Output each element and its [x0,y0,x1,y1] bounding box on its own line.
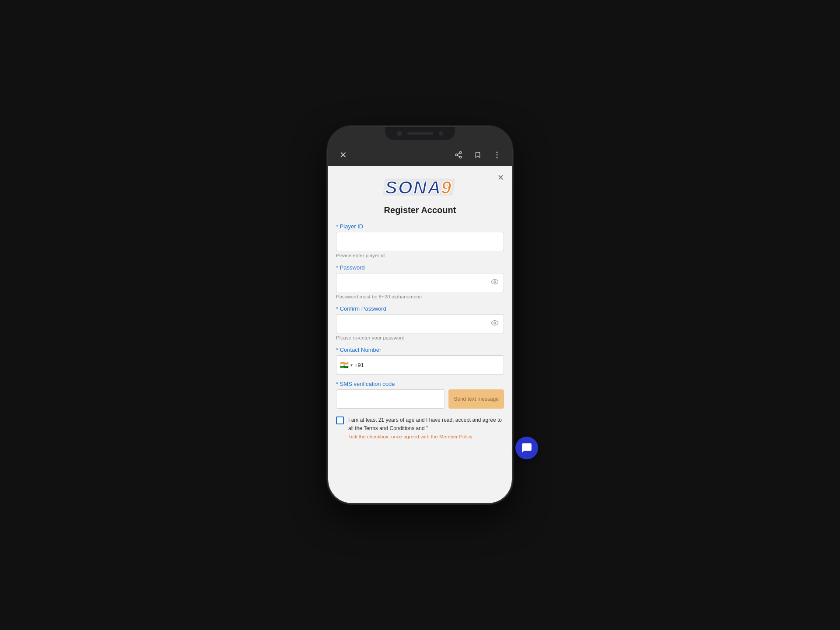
sms-row: Send text message [336,389,504,409]
phone-input-wrap: 🇮🇳 ▾ +91 [336,355,504,374]
browser-close-button[interactable]: ✕ [337,149,349,161]
sms-input-wrap [336,389,445,409]
player-id-input[interactable] [336,232,504,251]
svg-point-16 [494,322,496,324]
sms-code-input[interactable] [336,389,445,409]
confirm-password-input-wrap [336,314,504,333]
svg-text:9: 9 [441,177,452,198]
player-id-label: * Player ID [336,223,504,230]
confirm-password-eye-icon[interactable] [491,320,499,328]
password-field-group: * Password Password must be 8~20 alphanu… [336,264,504,299]
browser-actions [452,149,503,161]
chat-icon [521,442,532,454]
chat-bubble[interactable] [515,437,538,459]
password-eye-icon[interactable] [491,279,499,287]
contact-number-label: * Contact Number [336,346,504,353]
country-chevron-icon: ▾ [350,363,353,368]
svg-text:SONA: SONA [385,177,441,198]
country-selector[interactable]: 🇮🇳 ▾ +91 [336,355,368,374]
logo-svg: SONA 9 SONA 9 [381,175,459,199]
phone-frame: ✕ [328,127,512,503]
sensor-dot [439,131,443,136]
svg-point-6 [497,154,498,156]
country-code: +91 [354,362,364,368]
confirm-password-input[interactable] [336,314,504,333]
svg-point-5 [497,152,498,153]
sms-code-label: * SMS verification code [336,381,504,387]
password-label: * Password [336,264,504,271]
page-wrapper: ✕ [0,0,840,630]
password-hint: Password must be 8~20 alphanumeric [336,294,504,299]
player-id-input-wrap [336,232,504,251]
bookmark-button[interactable] [472,149,484,161]
modal-close-button[interactable]: ✕ [495,172,506,183]
player-id-field-group: * Player ID Please enter player id [336,223,504,258]
svg-point-15 [492,321,498,326]
svg-point-7 [497,157,498,158]
front-camera [397,131,402,136]
browser-menu-button[interactable] [491,149,503,161]
flag-icon: 🇮🇳 [340,361,349,369]
logo: SONA 9 SONA 9 [381,175,459,201]
terms-text-content: I am at least 21 years of age and I have… [348,417,502,431]
terms-checkbox[interactable] [336,416,344,424]
terms-text: I am at least 21 years of age and I have… [348,416,504,439]
svg-point-2 [459,156,462,158]
svg-point-0 [459,152,462,154]
modal-container: ✕ SONA 9 SONA 9 [328,166,512,503]
logo-area: SONA 9 SONA 9 [336,175,504,201]
svg-line-3 [457,155,459,157]
svg-line-4 [457,153,459,154]
speaker [407,132,434,135]
confirm-password-field-group: * Confirm Password Please re-enter your … [336,305,504,340]
contact-number-field-group: * Contact Number 🇮🇳 ▾ +91 [336,346,504,374]
send-sms-button[interactable]: Send text message [448,389,504,409]
terms-link[interactable]: " [426,425,428,431]
sms-code-field-group: * SMS verification code Send text messag… [336,381,504,409]
password-input-wrap [336,273,504,292]
svg-point-14 [494,281,496,283]
page-title: Register Account [336,205,504,215]
terms-row: I am at least 21 years of age and I have… [336,416,504,439]
phone-notch [385,127,455,140]
phone-screen: ✕ [328,127,512,503]
confirm-password-label: * Confirm Password [336,305,504,312]
share-button[interactable] [452,149,465,161]
password-input[interactable] [336,273,504,292]
svg-point-1 [455,154,458,156]
player-id-hint: Please enter player id [336,253,504,258]
phone-number-input[interactable] [368,355,504,374]
terms-error-hint: Tick the checkbox, once agreed with the … [348,434,504,439]
svg-point-13 [492,280,498,284]
confirm-password-hint: Please re-enter your password [336,335,504,340]
